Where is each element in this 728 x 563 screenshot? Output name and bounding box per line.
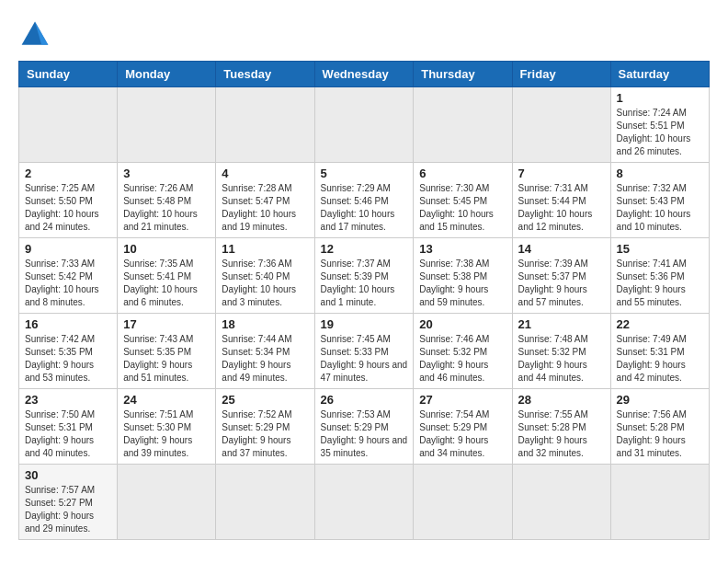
calendar-cell: 10Sunrise: 7:35 AM Sunset: 5:41 PM Dayli… bbox=[118, 238, 216, 314]
day-number: 18 bbox=[222, 317, 308, 331]
day-number: 9 bbox=[25, 242, 111, 256]
calendar-cell: 23Sunrise: 7:50 AM Sunset: 5:31 PM Dayli… bbox=[19, 389, 118, 465]
calendar-cell: 1Sunrise: 7:24 AM Sunset: 5:51 PM Daylig… bbox=[610, 87, 709, 163]
calendar-cell: 2Sunrise: 7:25 AM Sunset: 5:50 PM Daylig… bbox=[19, 163, 118, 238]
calendar-cell: 17Sunrise: 7:43 AM Sunset: 5:35 PM Dayli… bbox=[118, 314, 216, 389]
day-info: Sunrise: 7:48 AM Sunset: 5:32 PM Dayligh… bbox=[518, 333, 605, 385]
calendar-cell: 18Sunrise: 7:44 AM Sunset: 5:34 PM Dayli… bbox=[216, 314, 314, 389]
day-number: 27 bbox=[419, 393, 506, 407]
logo bbox=[18, 18, 55, 52]
day-number: 7 bbox=[518, 167, 605, 180]
day-info: Sunrise: 7:38 AM Sunset: 5:38 PM Dayligh… bbox=[419, 258, 506, 309]
day-number: 17 bbox=[123, 317, 210, 331]
day-info: Sunrise: 7:35 AM Sunset: 5:41 PM Dayligh… bbox=[123, 258, 210, 309]
weekday-header: Wednesday bbox=[314, 62, 414, 87]
weekday-header: Tuesday bbox=[216, 62, 314, 87]
calendar-cell bbox=[19, 87, 118, 163]
day-info: Sunrise: 7:45 AM Sunset: 5:33 PM Dayligh… bbox=[321, 333, 408, 385]
day-info: Sunrise: 7:57 AM Sunset: 5:27 PM Dayligh… bbox=[25, 484, 111, 535]
day-number: 1 bbox=[617, 91, 703, 105]
calendar-cell: 13Sunrise: 7:38 AM Sunset: 5:38 PM Dayli… bbox=[414, 238, 512, 314]
calendar-cell bbox=[512, 465, 610, 540]
calendar-cell: 21Sunrise: 7:48 AM Sunset: 5:32 PM Dayli… bbox=[512, 314, 610, 389]
day-number: 25 bbox=[222, 393, 308, 407]
day-info: Sunrise: 7:37 AM Sunset: 5:39 PM Dayligh… bbox=[321, 258, 408, 309]
day-info: Sunrise: 7:32 AM Sunset: 5:43 PM Dayligh… bbox=[617, 182, 703, 234]
weekday-header: Thursday bbox=[414, 62, 512, 87]
day-number: 11 bbox=[222, 242, 308, 256]
weekday-header: Saturday bbox=[610, 62, 709, 87]
calendar-week-row: 30Sunrise: 7:57 AM Sunset: 5:27 PM Dayli… bbox=[19, 465, 710, 540]
calendar-cell bbox=[314, 465, 414, 540]
calendar-cell: 4Sunrise: 7:28 AM Sunset: 5:47 PM Daylig… bbox=[216, 163, 314, 238]
day-number: 30 bbox=[25, 468, 111, 482]
calendar-cell bbox=[414, 465, 512, 540]
day-info: Sunrise: 7:49 AM Sunset: 5:31 PM Dayligh… bbox=[617, 333, 703, 385]
calendar-cell: 5Sunrise: 7:29 AM Sunset: 5:46 PM Daylig… bbox=[314, 163, 414, 238]
day-info: Sunrise: 7:25 AM Sunset: 5:50 PM Dayligh… bbox=[25, 182, 111, 234]
day-number: 5 bbox=[321, 167, 408, 180]
day-number: 24 bbox=[123, 393, 210, 407]
day-number: 6 bbox=[419, 167, 506, 180]
day-number: 14 bbox=[518, 242, 605, 256]
day-info: Sunrise: 7:52 AM Sunset: 5:29 PM Dayligh… bbox=[222, 408, 308, 460]
calendar-cell: 11Sunrise: 7:36 AM Sunset: 5:40 PM Dayli… bbox=[216, 238, 314, 314]
day-info: Sunrise: 7:24 AM Sunset: 5:51 PM Dayligh… bbox=[617, 107, 703, 158]
weekday-header: Monday bbox=[118, 62, 216, 87]
day-info: Sunrise: 7:31 AM Sunset: 5:44 PM Dayligh… bbox=[518, 182, 605, 234]
day-info: Sunrise: 7:43 AM Sunset: 5:35 PM Dayligh… bbox=[123, 333, 210, 385]
day-number: 22 bbox=[617, 317, 703, 331]
day-info: Sunrise: 7:50 AM Sunset: 5:31 PM Dayligh… bbox=[25, 408, 111, 460]
day-number: 28 bbox=[518, 393, 605, 407]
day-info: Sunrise: 7:54 AM Sunset: 5:29 PM Dayligh… bbox=[419, 408, 506, 460]
weekday-header: Friday bbox=[512, 62, 610, 87]
calendar-cell: 6Sunrise: 7:30 AM Sunset: 5:45 PM Daylig… bbox=[414, 163, 512, 238]
calendar-cell: 14Sunrise: 7:39 AM Sunset: 5:37 PM Dayli… bbox=[512, 238, 610, 314]
calendar-week-row: 16Sunrise: 7:42 AM Sunset: 5:35 PM Dayli… bbox=[19, 314, 710, 389]
calendar-cell bbox=[118, 87, 216, 163]
day-info: Sunrise: 7:33 AM Sunset: 5:42 PM Dayligh… bbox=[25, 258, 111, 309]
weekday-header: Sunday bbox=[19, 62, 118, 87]
day-number: 8 bbox=[617, 167, 703, 180]
day-info: Sunrise: 7:36 AM Sunset: 5:40 PM Dayligh… bbox=[222, 258, 308, 309]
day-info: Sunrise: 7:29 AM Sunset: 5:46 PM Dayligh… bbox=[321, 182, 408, 234]
day-info: Sunrise: 7:56 AM Sunset: 5:28 PM Dayligh… bbox=[617, 408, 703, 460]
calendar-header-row: SundayMondayTuesdayWednesdayThursdayFrid… bbox=[19, 62, 710, 87]
calendar-week-row: 2Sunrise: 7:25 AM Sunset: 5:50 PM Daylig… bbox=[19, 163, 710, 238]
day-info: Sunrise: 7:53 AM Sunset: 5:29 PM Dayligh… bbox=[321, 408, 408, 460]
day-number: 20 bbox=[419, 317, 506, 331]
day-info: Sunrise: 7:46 AM Sunset: 5:32 PM Dayligh… bbox=[419, 333, 506, 385]
day-info: Sunrise: 7:44 AM Sunset: 5:34 PM Dayligh… bbox=[222, 333, 308, 385]
day-info: Sunrise: 7:42 AM Sunset: 5:35 PM Dayligh… bbox=[25, 333, 111, 385]
calendar-cell: 12Sunrise: 7:37 AM Sunset: 5:39 PM Dayli… bbox=[314, 238, 414, 314]
calendar-cell: 15Sunrise: 7:41 AM Sunset: 5:36 PM Dayli… bbox=[610, 238, 709, 314]
calendar-cell bbox=[610, 465, 709, 540]
calendar-cell: 25Sunrise: 7:52 AM Sunset: 5:29 PM Dayli… bbox=[216, 389, 314, 465]
calendar-cell bbox=[512, 87, 610, 163]
page-header bbox=[18, 18, 710, 52]
calendar-cell: 16Sunrise: 7:42 AM Sunset: 5:35 PM Dayli… bbox=[19, 314, 118, 389]
day-number: 21 bbox=[518, 317, 605, 331]
calendar-cell: 26Sunrise: 7:53 AM Sunset: 5:29 PM Dayli… bbox=[314, 389, 414, 465]
calendar-cell: 24Sunrise: 7:51 AM Sunset: 5:30 PM Dayli… bbox=[118, 389, 216, 465]
calendar-cell bbox=[414, 87, 512, 163]
day-number: 3 bbox=[123, 167, 210, 180]
calendar-week-row: 23Sunrise: 7:50 AM Sunset: 5:31 PM Dayli… bbox=[19, 389, 710, 465]
day-number: 19 bbox=[321, 317, 408, 331]
day-info: Sunrise: 7:55 AM Sunset: 5:28 PM Dayligh… bbox=[518, 408, 605, 460]
calendar-table: SundayMondayTuesdayWednesdayThursdayFrid… bbox=[18, 61, 710, 540]
day-number: 23 bbox=[25, 393, 111, 407]
day-number: 4 bbox=[222, 167, 308, 180]
calendar-cell: 7Sunrise: 7:31 AM Sunset: 5:44 PM Daylig… bbox=[512, 163, 610, 238]
calendar-cell bbox=[216, 465, 314, 540]
calendar-cell bbox=[216, 87, 314, 163]
calendar-cell bbox=[314, 87, 414, 163]
day-number: 2 bbox=[25, 167, 111, 180]
calendar-cell: 28Sunrise: 7:55 AM Sunset: 5:28 PM Dayli… bbox=[512, 389, 610, 465]
day-number: 26 bbox=[321, 393, 408, 407]
calendar-cell: 19Sunrise: 7:45 AM Sunset: 5:33 PM Dayli… bbox=[314, 314, 414, 389]
day-number: 13 bbox=[419, 242, 506, 256]
day-info: Sunrise: 7:30 AM Sunset: 5:45 PM Dayligh… bbox=[419, 182, 506, 234]
calendar-cell: 3Sunrise: 7:26 AM Sunset: 5:48 PM Daylig… bbox=[118, 163, 216, 238]
day-info: Sunrise: 7:39 AM Sunset: 5:37 PM Dayligh… bbox=[518, 258, 605, 309]
